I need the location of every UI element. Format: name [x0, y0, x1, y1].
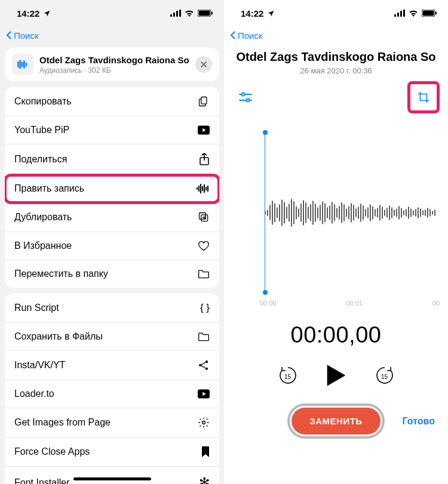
close-button[interactable]	[195, 56, 212, 73]
menu-item-force-close[interactable]: Force Close Apps	[5, 437, 219, 467]
menu-item-insta-vk-yt[interactable]: Insta/VK/YT	[5, 351, 219, 380]
recording-card: Otdel Zags Tavdinskogo Raiona So Аудиоза…	[5, 48, 219, 81]
share-icon	[199, 153, 210, 166]
asterisk-icon: ✻	[199, 475, 210, 484]
home-indicator[interactable]	[73, 477, 151, 480]
play-button[interactable]	[326, 363, 347, 390]
menu-item-duplicate[interactable]: Дублировать	[5, 203, 219, 232]
menu-group-1: Скопировать YouTube PiP Поделиться Прави…	[5, 87, 219, 288]
svg-rect-30	[397, 13, 399, 17]
svg-rect-20	[205, 187, 207, 190]
bookmark-icon	[201, 446, 210, 458]
play-icon	[326, 363, 347, 387]
skip-forward-button[interactable]: 15	[375, 365, 395, 388]
skip-back-button[interactable]: 15	[278, 365, 298, 388]
playhead-dot-top[interactable]	[263, 130, 268, 135]
sliders-icon	[238, 91, 253, 103]
close-icon	[200, 61, 207, 68]
svg-rect-32	[403, 10, 405, 17]
svg-point-28	[202, 421, 205, 424]
battery-icon	[422, 10, 437, 17]
svg-rect-34	[423, 11, 434, 16]
menu-item-move-to-folder[interactable]: Переместить в папку	[5, 260, 219, 288]
svg-point-36	[242, 93, 245, 96]
svg-rect-18	[202, 186, 203, 191]
svg-rect-0	[170, 14, 172, 17]
back-button[interactable]: Поиск	[0, 26, 224, 44]
editor-screen: 14:22 Поиск Otdel Zags Tavdinskogo Raion…	[224, 0, 448, 484]
svg-rect-11	[26, 63, 27, 66]
gear-icon	[198, 417, 210, 428]
folder-icon	[198, 269, 210, 279]
menu-item-get-images[interactable]: Get Images from Page	[5, 408, 219, 437]
svg-point-37	[247, 99, 250, 102]
crop-highlight	[407, 81, 440, 113]
svg-rect-2	[176, 11, 178, 17]
status-bar: 14:22	[224, 0, 448, 26]
battery-icon	[198, 10, 213, 17]
crop-button[interactable]	[412, 85, 435, 109]
time-display: 00:00,00	[224, 322, 448, 348]
location-icon	[267, 10, 275, 17]
svg-rect-21	[207, 186, 208, 192]
youtube-icon	[198, 125, 210, 135]
menu-item-save-to-files[interactable]: Сохранить в Файлы	[5, 323, 219, 351]
folder-icon	[198, 332, 210, 341]
recording-title: Otdel Zags Tavdinskogo Raiona So	[235, 50, 437, 64]
copy-icon	[198, 95, 210, 107]
status-time: 14:22	[17, 8, 39, 19]
svg-rect-7	[18, 62, 19, 67]
svg-rect-15	[197, 187, 198, 190]
settings-sliders-button[interactable]	[234, 85, 257, 109]
svg-rect-31	[400, 11, 402, 17]
replace-button[interactable]: ЗАМЕНИТЬ	[291, 408, 380, 434]
svg-rect-8	[20, 60, 21, 68]
menu-item-loader-to[interactable]: Loader.to	[5, 380, 219, 408]
back-button[interactable]: Поиск	[224, 26, 448, 44]
svg-rect-16	[198, 186, 200, 192]
waveform-bars	[265, 196, 437, 229]
menu-item-edit-recording[interactable]: Править запись	[5, 175, 219, 203]
video-icon	[198, 389, 210, 399]
chevron-left-icon	[6, 30, 12, 40]
svg-rect-1	[173, 13, 175, 17]
status-time: 14:22	[241, 8, 263, 19]
playback-controls: 15 15	[224, 363, 448, 390]
crop-icon	[417, 91, 430, 104]
location-icon	[43, 10, 51, 17]
svg-rect-23	[200, 213, 206, 220]
wifi-icon	[409, 10, 418, 17]
playhead-dot-bottom[interactable]	[263, 290, 268, 295]
menu-item-youtube-pip[interactable]: YouTube PiP	[5, 116, 219, 144]
menu-item-favorite[interactable]: В Избранное	[5, 232, 219, 260]
time-axis: 00:00 00:01 00	[224, 296, 448, 307]
menu-group-2: Run Script { } Сохранить в Файлы Insta/V…	[5, 294, 219, 484]
recording-date-duration: 26 мая 2020 г. 00:36	[235, 66, 437, 75]
share-alt-icon	[198, 359, 210, 371]
svg-rect-35	[435, 12, 437, 15]
waveform-area[interactable]	[232, 129, 440, 296]
svg-rect-9	[22, 63, 23, 67]
menu-item-run-script[interactable]: Run Script { }	[5, 294, 219, 323]
menu-item-share[interactable]: Поделиться	[5, 144, 219, 175]
svg-rect-5	[199, 11, 210, 16]
svg-rect-29	[394, 14, 396, 17]
cellular-icon	[170, 10, 181, 17]
duplicate-icon	[198, 211, 210, 223]
svg-rect-10	[24, 61, 25, 68]
waveform-icon	[197, 183, 210, 194]
svg-rect-3	[179, 10, 181, 17]
svg-rect-17	[200, 184, 201, 193]
heart-icon	[198, 241, 210, 251]
share-sheet-screen: 14:22 Поиск Otdel Zags Tavdinskogo Raion…	[0, 0, 224, 484]
recording-subtitle: Аудиозапись · 302 КБ	[39, 66, 189, 75]
svg-rect-12	[201, 97, 207, 104]
braces-icon: { }	[200, 302, 210, 314]
cellular-icon	[394, 10, 405, 17]
audio-thumbnail-icon	[12, 54, 33, 75]
menu-item-font-installer[interactable]: Font Installer ✻	[5, 467, 219, 484]
status-bar: 14:22	[0, 0, 224, 26]
chevron-left-icon	[230, 30, 236, 40]
done-button[interactable]: Готово	[403, 416, 435, 427]
menu-item-copy[interactable]: Скопировать	[5, 87, 219, 116]
